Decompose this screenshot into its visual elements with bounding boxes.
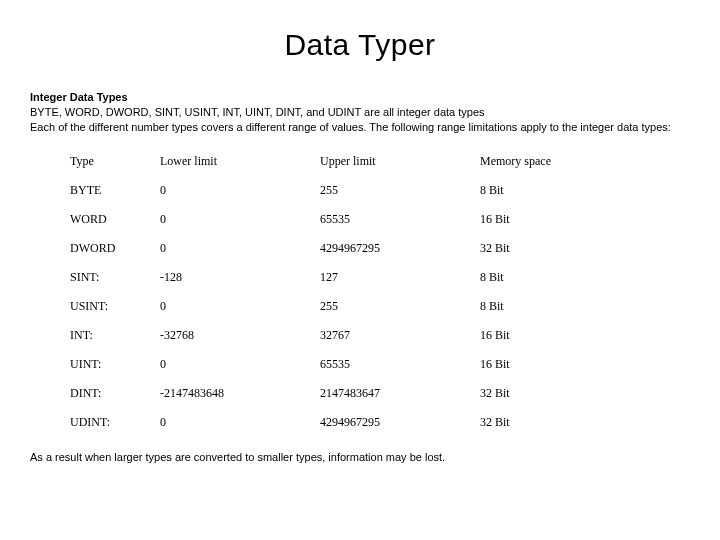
cell-upper: 32767 [320, 321, 480, 350]
cell-upper: 255 [320, 292, 480, 321]
cell-type: BYTE [70, 176, 160, 205]
table-row: SINT: -128 127 8 Bit [70, 263, 610, 292]
cell-lower: -128 [160, 263, 320, 292]
cell-type: USINT: [70, 292, 160, 321]
intro-line2: Each of the different number types cover… [30, 120, 690, 135]
table-row: WORD 0 65535 16 Bit [70, 205, 610, 234]
cell-upper: 255 [320, 176, 480, 205]
cell-type: WORD [70, 205, 160, 234]
th-upper: Upper limit [320, 147, 480, 176]
cell-lower: -2147483648 [160, 379, 320, 408]
cell-mem: 16 Bit [480, 321, 610, 350]
cell-mem: 16 Bit [480, 350, 610, 379]
cell-upper: 4294967295 [320, 408, 480, 437]
outro-text: As a result when larger types are conver… [30, 451, 690, 463]
cell-type: UDINT: [70, 408, 160, 437]
cell-lower: 0 [160, 292, 320, 321]
th-lower: Lower limit [160, 147, 320, 176]
integer-types-table: Type Lower limit Upper limit Memory spac… [70, 147, 610, 437]
cell-type: DWORD [70, 234, 160, 263]
page-title: Data Typer [30, 28, 690, 62]
slide: Data Typer Integer Data Types BYTE, WORD… [0, 0, 720, 540]
cell-type: UINT: [70, 350, 160, 379]
intro-subhead: Integer Data Types [30, 90, 690, 105]
cell-lower: 0 [160, 408, 320, 437]
table-header-row: Type Lower limit Upper limit Memory spac… [70, 147, 610, 176]
cell-mem: 16 Bit [480, 205, 610, 234]
cell-lower: 0 [160, 176, 320, 205]
table-row: USINT: 0 255 8 Bit [70, 292, 610, 321]
cell-lower: -32768 [160, 321, 320, 350]
cell-upper: 65535 [320, 205, 480, 234]
table-row: UINT: 0 65535 16 Bit [70, 350, 610, 379]
cell-upper: 65535 [320, 350, 480, 379]
cell-mem: 32 Bit [480, 408, 610, 437]
intro-line1: BYTE, WORD, DWORD, SINT, USINT, INT, UIN… [30, 105, 690, 120]
table-row: DWORD 0 4294967295 32 Bit [70, 234, 610, 263]
cell-lower: 0 [160, 205, 320, 234]
cell-mem: 8 Bit [480, 263, 610, 292]
table-row: UDINT: 0 4294967295 32 Bit [70, 408, 610, 437]
cell-upper: 4294967295 [320, 234, 480, 263]
intro-block: Integer Data Types BYTE, WORD, DWORD, SI… [30, 90, 690, 135]
cell-upper: 2147483647 [320, 379, 480, 408]
table-row: BYTE 0 255 8 Bit [70, 176, 610, 205]
cell-type: DINT: [70, 379, 160, 408]
cell-upper: 127 [320, 263, 480, 292]
cell-type: SINT: [70, 263, 160, 292]
cell-mem: 32 Bit [480, 379, 610, 408]
cell-mem: 8 Bit [480, 292, 610, 321]
table-row: INT: -32768 32767 16 Bit [70, 321, 610, 350]
th-mem: Memory space [480, 147, 610, 176]
cell-lower: 0 [160, 350, 320, 379]
th-type: Type [70, 147, 160, 176]
cell-lower: 0 [160, 234, 320, 263]
cell-mem: 32 Bit [480, 234, 610, 263]
cell-type: INT: [70, 321, 160, 350]
cell-mem: 8 Bit [480, 176, 610, 205]
table-row: DINT: -2147483648 2147483647 32 Bit [70, 379, 610, 408]
